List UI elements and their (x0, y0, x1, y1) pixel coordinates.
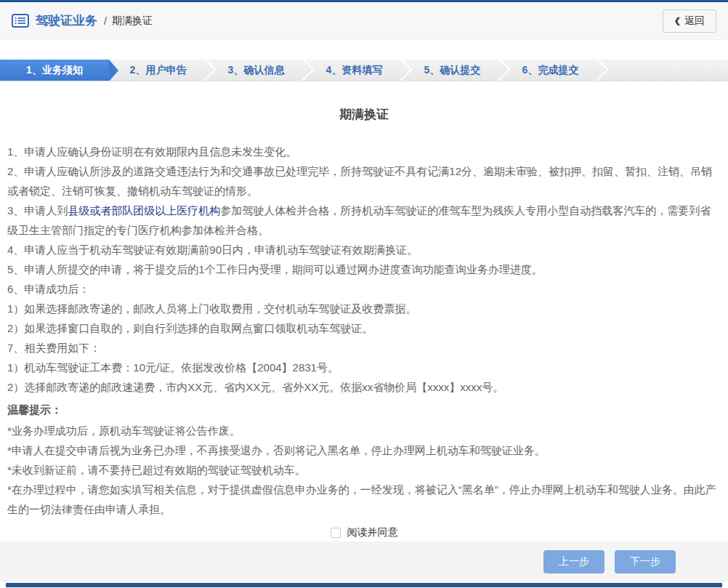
tips-paragraphs: *业务办理成功后，原机动车驾驶证将公告作废。*申请人在提交申请后视为业务已办理，… (7, 421, 721, 519)
main-content: 期满换证 1、申请人应确认身份证明在有效期限内且信息未发生变化。2、申请人应确认… (0, 106, 728, 539)
tip-line: *未收到新证前，请不要持已超过有效期的驾驶证驾驶机动车。 (7, 460, 721, 480)
step-progress-bar: 1、业务须知2、用户申告3、确认信息4、资料填写5、确认提交6、完成提交 (0, 60, 728, 81)
list-icon (12, 14, 29, 28)
step-tab-3[interactable]: 3、确认信息 (207, 60, 305, 81)
notice-paragraphs: 1、申请人应确认身份证明在有效期限内且信息未发生变化。2、申请人应确认所涉及的道… (7, 142, 721, 397)
notice-line: 2）选择邮政寄递的邮政速递费，市内XX元、省内XX元、省外XX元。依据xx省物价… (7, 377, 721, 397)
prev-step-button[interactable]: 上一步 (543, 550, 604, 573)
notice-line: 7、相关费用如下： (7, 338, 721, 358)
notice-line: 4、申请人应当于机动车驾驶证有效期满前90日内，申请机动车驾驶证有效期满换证。 (7, 240, 721, 259)
notice-text: 3、申请人到 (7, 204, 68, 217)
breadcrumb-separator: / (104, 15, 107, 27)
notice-line: 1、申请人应确认身份证明在有效期限内且信息未发生变化。 (7, 142, 721, 161)
notice-line: 1）如果选择邮政寄递的，邮政人员将上门收取费用，交付机动车驾驶证及收费票据。 (7, 299, 721, 318)
step-tab-4[interactable]: 4、资料填写 (305, 60, 403, 81)
back-button-label: 返回 (684, 15, 705, 28)
agree-label: 阅读并同意 (347, 526, 398, 539)
step-tab-2[interactable]: 2、用户申告 (109, 60, 207, 81)
tip-line: *业务办理成功后，原机动车驾驶证将公告作废。 (7, 421, 721, 440)
breadcrumb-section: 驾驶证业务 (36, 12, 97, 29)
notice-line: 5、申请人所提交的申请，将于提交后的1个工作日内受理，期间可以通过网办进度查询功… (7, 259, 721, 279)
footer-action-bar: 上一步 下一步 (0, 541, 728, 582)
tips-heading: 温馨提示： (7, 399, 721, 421)
medical-org-link[interactable]: 县级或者部队团级以上医疗机构 (68, 204, 220, 217)
chevron-left-icon: ❮ (674, 16, 681, 25)
bottom-accent-bar (6, 583, 722, 587)
header: 驾驶证业务 / 期满换证 ❮ 返回 (0, 2, 728, 40)
agree-checkbox[interactable] (331, 528, 341, 538)
notice-line: 6、申请成功后： (7, 279, 721, 299)
step-tab-5[interactable]: 5、确认提交 (403, 60, 501, 81)
tip-line: *在办理过程中，请您如实填写相关信息，对于提供虚假信息申办业务的，一经发现，将被… (7, 480, 721, 519)
step-bar-filler (599, 60, 728, 81)
tip-line: *申请人在提交申请后视为业务已办理，不再接受退办，否则将记入黑名单，停止办理网上… (7, 440, 721, 460)
back-button[interactable]: ❮ 返回 (663, 9, 716, 33)
notice-line: 3、申请人到县级或者部队团级以上医疗机构参加驾驶人体检并合格，所持机动车驾驶证的… (7, 201, 721, 240)
step-tab-1[interactable]: 1、业务须知 (0, 60, 109, 81)
notice-line: 2）如果选择窗口自取的，则自行到选择的自取网点窗口领取机动车驾驶证。 (7, 318, 721, 338)
step-tab-6[interactable]: 6、完成提交 (501, 60, 599, 81)
next-step-button[interactable]: 下一步 (615, 550, 676, 573)
breadcrumb-page: 期满换证 (112, 15, 153, 28)
notice-line: 2、申请人应确认所涉及的道路交通违法行为和交通事故已处理完毕，所持驾驶证不具有记… (7, 161, 721, 201)
agreement-row: 阅读并同意 (7, 526, 721, 539)
notice-line: 1）机动车驾驶证工本费：10元/证。依据发改价格【2004】2831号。 (7, 358, 721, 377)
page-title: 期满换证 (7, 106, 721, 123)
